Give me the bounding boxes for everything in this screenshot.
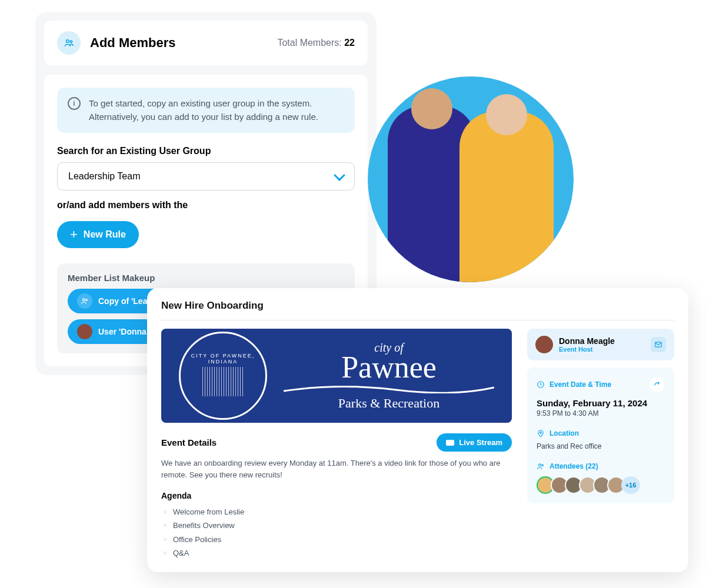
location-icon <box>537 429 545 437</box>
event-main: CITY OF PAWNEE, INDIANA city of Pawnee P… <box>161 329 512 560</box>
new-rule-button[interactable]: + New Rule <box>57 221 139 248</box>
info-icon: i <box>68 97 81 110</box>
agenda-item: Benefits Overview <box>164 519 512 532</box>
share-button[interactable] <box>650 377 665 392</box>
attendees-label: Attendees (22) <box>550 462 598 470</box>
share-icon <box>653 380 661 389</box>
host-name: Donna Meagle <box>559 336 615 346</box>
location-heading: Location <box>537 429 665 437</box>
live-stream-label: Live Stream <box>459 438 502 447</box>
banner-text: city of Pawnee Parks & Recreation <box>284 341 494 411</box>
svg-point-1 <box>70 41 72 43</box>
chevron-down-icon <box>334 169 345 181</box>
swoosh-icon <box>284 385 494 393</box>
user-group-select[interactable]: Leadership Team <box>57 162 355 191</box>
attendees-more[interactable]: +16 <box>621 476 640 494</box>
search-label: Search for an Existing User Group <box>57 146 355 156</box>
agenda-item: Q&A <box>164 546 512 560</box>
seal-illustration <box>202 367 244 396</box>
members-header: Add Members Total Members: 22 <box>44 21 368 65</box>
person-illustration <box>459 112 554 282</box>
banner-dept: Parks & Recreation <box>284 396 494 411</box>
location-text: Parks and Rec office <box>537 442 665 450</box>
city-seal: CITY OF PAWNEE, INDIANA <box>179 332 267 420</box>
agenda-item: Welcome from Leslie <box>164 505 512 519</box>
banner-city-name: Pawnee <box>284 352 494 383</box>
event-sidebar: Donna Meagle Event Host Event Date & Tim… <box>527 329 674 560</box>
agenda-label: Agenda <box>161 491 512 500</box>
avatar <box>535 336 553 353</box>
event-description: We have an onboarding review every Monda… <box>161 457 512 480</box>
mail-icon <box>654 340 662 349</box>
add-members-title: Add Members <box>90 35 175 51</box>
camera-icon <box>446 440 454 446</box>
total-members: Total Members: 22 <box>277 38 355 48</box>
svg-point-2 <box>83 299 85 301</box>
select-value: Leadership Team <box>68 171 140 182</box>
plus-icon: + <box>70 228 78 241</box>
divider <box>161 320 674 320</box>
attendees-heading: Attendees (22) <box>537 462 665 470</box>
makeup-title: Member List Makeup <box>68 273 344 283</box>
agenda-list: Welcome from Leslie Benefits Overview Of… <box>161 505 512 560</box>
event-time: 9:53 PM to 4:30 AM <box>537 409 665 417</box>
agenda-item: Office Policies <box>164 533 512 546</box>
host-box: Donna Meagle Event Host <box>527 329 674 360</box>
event-banner: CITY OF PAWNEE, INDIANA city of Pawnee P… <box>161 329 512 423</box>
avatar <box>77 324 92 339</box>
new-rule-label: New Rule <box>84 229 126 240</box>
info-banner: i To get started, copy an existing user … <box>57 88 355 133</box>
event-card: New Hire Onboarding CITY OF PAWNEE, INDI… <box>147 288 688 572</box>
attendees-avatars[interactable]: +16 <box>537 476 665 494</box>
svg-point-8 <box>542 465 544 466</box>
total-members-count: 22 <box>344 38 355 48</box>
mail-button[interactable] <box>651 337 666 352</box>
svg-point-6 <box>540 432 542 433</box>
total-members-label: Total Members: <box>277 38 344 48</box>
live-stream-button[interactable]: Live Stream <box>437 433 512 452</box>
people-icon <box>57 31 81 55</box>
svg-point-0 <box>66 40 69 43</box>
svg-point-3 <box>86 299 88 301</box>
info-text: To get started, copy an existing user gr… <box>89 97 344 123</box>
event-info-panel: Event Date & Time Sunday, February 11, 2… <box>527 368 674 503</box>
people-icon <box>77 293 92 309</box>
host-role: Event Host <box>559 346 615 353</box>
svg-point-7 <box>539 464 541 466</box>
seal-text: CITY OF PAWNEE, INDIANA <box>181 353 265 365</box>
event-date: Sunday, February 11, 2024 <box>537 398 665 408</box>
hero-photo <box>368 76 574 282</box>
clock-icon <box>537 380 545 389</box>
datetime-heading: Event Date & Time <box>537 380 611 389</box>
location-label: Location <box>550 429 579 437</box>
event-details-label: Event Details <box>161 437 217 447</box>
datetime-label: Event Date & Time <box>550 380 611 389</box>
people-icon <box>537 462 545 470</box>
subtext: or/and add members with the <box>57 200 355 211</box>
event-title: New Hire Onboarding <box>161 300 674 312</box>
